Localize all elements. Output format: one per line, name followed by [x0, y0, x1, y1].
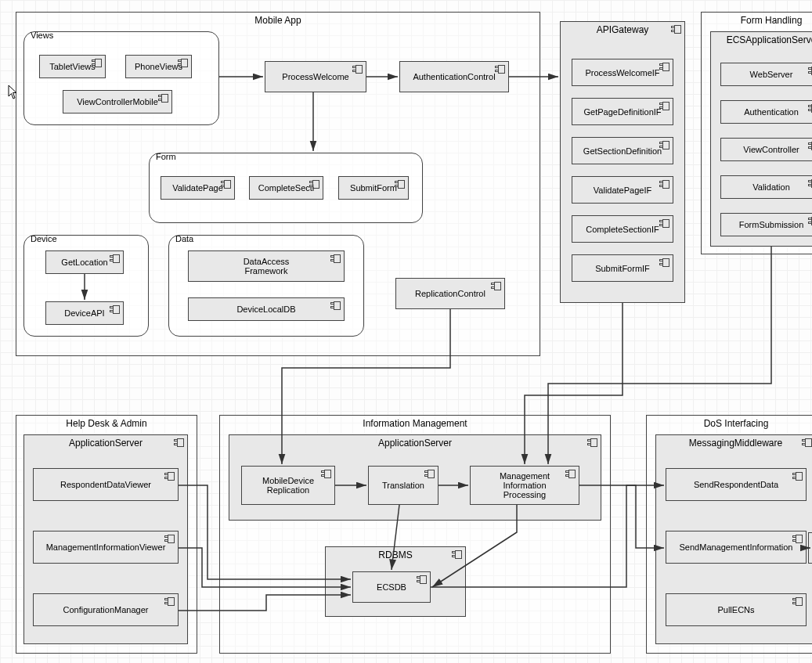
component-label: ProcessWelcomeIF	[585, 68, 659, 77]
component-label: CompleteSecti	[258, 183, 315, 193]
component-icon	[792, 535, 803, 543]
component-icon	[565, 470, 576, 478]
component-icon	[309, 180, 319, 189]
component-label: ValidatePage	[172, 183, 223, 193]
component-icon	[110, 254, 120, 263]
component-label: Translation	[382, 481, 424, 490]
group-label: Device	[31, 234, 57, 243]
component-replication-control[interactable]: ReplicationControl	[395, 278, 505, 309]
component-get-section-definition-if[interactable]: GetSectionDefinition	[572, 137, 673, 164]
component-label: ECSDB	[377, 582, 406, 592]
component-label: CompleteSectionIF	[586, 225, 659, 234]
component-mgmt-info-processing[interactable]: Management Information Processing	[470, 466, 579, 505]
component-icon	[174, 438, 184, 447]
component-icon	[110, 305, 120, 314]
component-mobile-device-replication[interactable]: MobileDevice Replication	[241, 466, 335, 505]
component-label: ManagementInformationViewer	[46, 542, 166, 552]
component-tablet-views[interactable]: TabletViews	[39, 55, 106, 78]
component-send-mgmt-info[interactable]: SendManagementInformation	[666, 531, 807, 564]
component-label: ConfigurationManager	[63, 605, 149, 614]
component-icon	[808, 179, 812, 188]
component-icon	[671, 25, 681, 34]
group-label: Views	[31, 31, 53, 40]
component-translation[interactable]: Translation	[368, 466, 438, 505]
component-icon	[659, 102, 669, 110]
component-label: ValidatePageIF	[594, 186, 651, 195]
component-icon	[792, 472, 803, 481]
component-data-access-framework[interactable]: DataAccess Framework	[188, 250, 345, 282]
component-icon	[330, 301, 341, 310]
component-icon	[491, 282, 501, 290]
component-submit-form[interactable]: SubmitForm	[338, 176, 409, 200]
component-label: SubmitFormIF	[595, 264, 650, 273]
component-complete-section[interactable]: CompleteSecti	[249, 176, 323, 200]
section-label: Form Handling	[741, 15, 803, 26]
component-icon	[659, 63, 669, 71]
component-icon	[659, 258, 669, 267]
component-respondent-data-viewer[interactable]: RespondentDataViewer	[33, 468, 179, 501]
section-label: DoS Interfacing	[704, 418, 769, 429]
component-label: FormSubmission	[739, 220, 804, 229]
component-icon	[395, 180, 405, 189]
component-pull-ecns[interactable]: PullECNs	[666, 593, 807, 626]
component-mgmt-info-viewer[interactable]: ManagementInformationViewer	[33, 531, 179, 564]
component-label: ReplicationControl	[415, 289, 485, 298]
component-device-local-db[interactable]: DeviceLocalDB	[188, 297, 345, 321]
group-label: Form	[156, 152, 176, 161]
component-icon	[802, 438, 812, 447]
component-web-server[interactable]: WebServer	[720, 63, 812, 86]
component-label: DeviceLocalDB	[236, 304, 295, 314]
component-icon	[659, 219, 669, 228]
component-icon	[808, 142, 812, 150]
component-label: PhoneViews	[135, 62, 182, 71]
component-process-welcome-if[interactable]: ProcessWelcomeIF	[572, 59, 673, 86]
component-config-manager[interactable]: ConfigurationManager	[33, 593, 179, 626]
component-icon	[495, 65, 505, 74]
component-submit-form-if[interactable]: SubmitFormIF	[572, 254, 673, 282]
component-icon	[417, 575, 427, 584]
component-label: WebServer	[750, 70, 793, 79]
component-icon	[659, 141, 669, 150]
component-form-submission[interactable]: FormSubmission	[720, 213, 812, 236]
group-label: Data	[175, 234, 193, 243]
component-icon	[164, 472, 175, 481]
component-view-controller[interactable]: ViewController	[720, 138, 812, 161]
component-label: SubmitForm	[350, 183, 397, 193]
component-phone-views[interactable]: PhoneViews	[125, 55, 192, 78]
component-authentication-control[interactable]: AuthenticationControl	[399, 61, 509, 92]
component-ecsdb[interactable]: ECSDB	[352, 571, 431, 603]
component-device-api[interactable]: DeviceAPI	[45, 301, 124, 325]
component-send-respondent-data[interactable]: SendRespondentData	[666, 468, 807, 501]
node-label: ApplicationServer	[378, 438, 452, 449]
component-icon	[808, 217, 812, 225]
component-icon	[330, 254, 341, 263]
component-get-location[interactable]: GetLocation	[45, 250, 124, 274]
component-get-page-definition-if[interactable]: GetPageDefinitionIF	[572, 98, 673, 125]
component-validate-page-if[interactable]: ValidatePageIF	[572, 176, 673, 204]
component-label: PullECNs	[717, 605, 754, 614]
component-label: SendRespondentData	[694, 480, 778, 489]
component-label: TabletViews	[49, 62, 96, 71]
component-label: DataAccess Framework	[244, 257, 290, 276]
component-icon	[221, 180, 231, 189]
node-label: ECSApplicationServer	[727, 34, 812, 45]
component-process-welcome[interactable]: ProcessWelcome	[265, 61, 366, 92]
component-icon	[792, 597, 803, 606]
mouse-cursor-icon	[8, 85, 19, 100]
node-label: MessagingMiddleware	[689, 438, 782, 449]
component-complete-section-if[interactable]: CompleteSectionIF	[572, 215, 673, 243]
section-label: Help Desk & Admin	[66, 418, 146, 429]
component-icon	[92, 59, 102, 67]
component-icon	[158, 94, 168, 103]
component-icon	[808, 67, 812, 75]
component-label: GetPageDefinitionIF	[583, 107, 661, 117]
component-validation[interactable]: Validation	[720, 175, 812, 199]
component-validate-page[interactable]: ValidatePage	[161, 176, 235, 200]
component-icon	[321, 470, 331, 478]
section-label: Information Management	[363, 418, 467, 429]
component-label: GetSectionDefinition	[583, 146, 662, 156]
component-view-controller-mobile[interactable]: ViewControllerMobile	[63, 90, 172, 114]
component-authentication[interactable]: Authentication	[720, 100, 812, 124]
node-label: RDBMS	[378, 549, 412, 560]
component-icon	[808, 104, 812, 113]
